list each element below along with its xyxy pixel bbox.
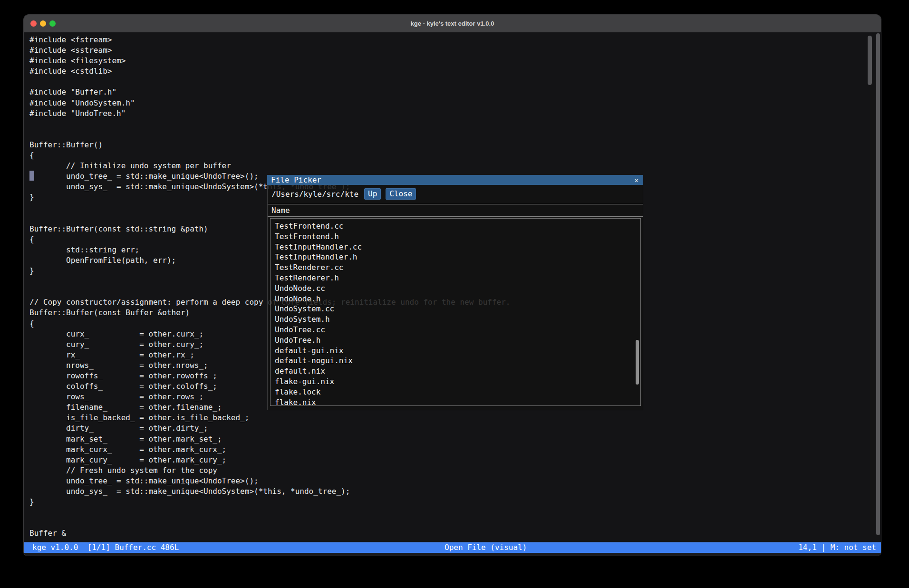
file-list-scrollbar-thumb[interactable] bbox=[636, 340, 639, 385]
status-cursor-position: 14,1 | M: not set bbox=[798, 542, 876, 553]
file-row[interactable]: default-gui.nix bbox=[275, 346, 640, 356]
file-row[interactable]: default.nix bbox=[275, 366, 640, 376]
file-row[interactable]: flake-gui.nix bbox=[275, 376, 640, 387]
zoom-window-button[interactable] bbox=[49, 20, 56, 27]
close-icon[interactable]: ✕ bbox=[635, 177, 638, 183]
file-row[interactable]: UndoTree.h bbox=[275, 335, 640, 346]
file-picker-body: /Users/kyle/src/kte Up Close Name TestFr… bbox=[267, 185, 643, 410]
file-row[interactable]: TestRenderer.h bbox=[275, 273, 640, 283]
status-left: kge v1.0.0 [1/1] Buffer.cc 486L bbox=[32, 542, 179, 553]
window-bottom-edge bbox=[24, 553, 881, 556]
window-titlebar[interactable]: kge - kyle's text editor v1.0.0 bbox=[24, 15, 881, 32]
separator bbox=[268, 216, 643, 217]
status-bar: kge v1.0.0 [1/1] Buffer.cc 486L Open Fil… bbox=[24, 542, 881, 553]
text-cursor bbox=[29, 171, 34, 181]
close-window-button[interactable] bbox=[30, 20, 37, 27]
file-picker-titlebar[interactable]: File Picker ✕ bbox=[267, 175, 643, 185]
minimize-window-button[interactable] bbox=[40, 20, 46, 27]
file-list-inner: TestFrontend.ccTestFrontend.hTestInputHa… bbox=[271, 219, 640, 406]
file-row[interactable]: UndoNode.h bbox=[275, 294, 640, 304]
editor-content: #include <fstream> #include <sstream> #i… bbox=[24, 32, 881, 542]
window-title: kge - kyle's text editor v1.0.0 bbox=[411, 20, 494, 27]
file-row[interactable]: TestInputHandler.cc bbox=[275, 242, 640, 252]
file-row[interactable]: TestFrontend.h bbox=[275, 231, 640, 242]
file-row[interactable]: flake.lock bbox=[275, 387, 640, 397]
file-row[interactable]: default-nogui.nix bbox=[275, 356, 640, 366]
file-row[interactable]: flake.nix bbox=[275, 397, 640, 406]
close-button[interactable]: Close bbox=[386, 188, 416, 200]
editor-scrollbar-track[interactable] bbox=[876, 33, 880, 535]
file-list[interactable]: TestFrontend.ccTestFrontend.hTestInputHa… bbox=[270, 218, 641, 406]
status-mode: Open File (visual) bbox=[445, 542, 527, 553]
file-picker-dialog: File Picker ✕ /Users/kyle/src/kte Up Clo… bbox=[267, 175, 643, 410]
editor-scrollbar-thumb[interactable] bbox=[868, 36, 872, 85]
file-row[interactable]: TestRenderer.cc bbox=[275, 262, 640, 273]
file-row[interactable]: UndoNode.cc bbox=[275, 283, 640, 294]
file-picker-title: File Picker bbox=[271, 175, 321, 184]
column-header-name: Name bbox=[271, 206, 290, 215]
file-row[interactable]: TestInputHandler.h bbox=[275, 252, 640, 262]
path-row: /Users/kyle/src/kte Up Close bbox=[271, 188, 416, 200]
separator bbox=[268, 204, 643, 204]
file-row[interactable]: UndoSystem.cc bbox=[275, 304, 640, 314]
file-row[interactable]: UndoTree.cc bbox=[275, 325, 640, 335]
up-button[interactable]: Up bbox=[364, 188, 381, 200]
file-row[interactable]: UndoSystem.h bbox=[275, 314, 640, 325]
file-row[interactable]: TestFrontend.cc bbox=[275, 221, 640, 231]
traffic-lights bbox=[30, 15, 56, 32]
app-window: kge - kyle's text editor v1.0.0 #include… bbox=[23, 14, 881, 556]
current-path: /Users/kyle/src/kte bbox=[271, 190, 358, 199]
